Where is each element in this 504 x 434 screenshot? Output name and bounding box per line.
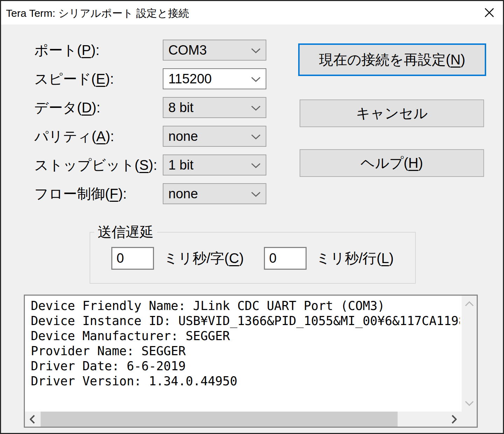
- flowcontrol-label-prefix: フロー制御(: [34, 184, 110, 204]
- flowcontrol-combobox[interactable]: none: [163, 183, 266, 204]
- data-label-suffix: ):: [92, 100, 100, 116]
- device-manufacturer-line: Device Manufacturer: SEGGER: [31, 329, 460, 344]
- stopbits-access-key: S: [139, 157, 149, 173]
- reset-button-label-suffix: ): [461, 52, 465, 68]
- delay-per-line-access-key: L: [381, 250, 389, 266]
- speed-combobox[interactable]: 115200: [163, 68, 266, 89]
- flowcontrol-label-suffix: ):: [118, 186, 127, 202]
- title-bar[interactable]: Tera Term: シリアルポート 設定と接続: [1, 1, 503, 25]
- driver-date-line: Driver Date: 6-6-2019: [31, 359, 460, 374]
- delay-per-char-label-suffix: ): [239, 250, 244, 266]
- delay-per-line-input[interactable]: [264, 247, 307, 270]
- scroll-right-button[interactable]: [447, 412, 462, 427]
- reset-button-access-key: N: [450, 52, 461, 68]
- port-label-prefix: ポート(: [34, 41, 82, 60]
- parity-label-suffix: ):: [106, 129, 114, 144]
- speed-label: スピード(E):: [34, 68, 114, 89]
- help-button-label-suffix: ): [418, 155, 423, 171]
- scroll-down-button[interactable]: [462, 396, 477, 411]
- databits-combobox[interactable]: 8 bit: [163, 97, 266, 118]
- speed-label-suffix: ):: [105, 71, 114, 87]
- horizontal-scrollbar-thumb[interactable]: [41, 412, 398, 427]
- data-label-prefix: データ(: [34, 98, 82, 117]
- flowcontrol-access-key: F: [110, 186, 118, 202]
- device-info-box: Device Friendly Name: JLink CDC UART Por…: [24, 295, 478, 428]
- chevron-down-icon: [251, 134, 261, 140]
- stopbits-label-suffix: ):: [149, 157, 157, 173]
- port-access-key: P: [82, 42, 91, 58]
- cancel-button-label: キャンセル: [356, 104, 428, 123]
- close-button[interactable]: [478, 2, 500, 23]
- data-label: データ(D):: [34, 97, 100, 118]
- help-button-label-prefix: ヘルプ(: [360, 153, 408, 173]
- stopbits-value: 1 bit: [168, 158, 194, 173]
- chevron-down-icon: [465, 401, 474, 406]
- delay-per-line-label: ミリ秒/行(L): [316, 247, 394, 270]
- parity-label: パリティ(A):: [34, 126, 114, 147]
- databits-value: 8 bit: [168, 100, 194, 115]
- stopbits-label: ストップビット(S):: [34, 154, 157, 175]
- parity-value: none: [168, 129, 198, 144]
- chevron-down-icon: [251, 48, 261, 54]
- transmit-delay-group-title: 送信遅延: [94, 222, 157, 242]
- delay-per-char-input[interactable]: [111, 247, 154, 270]
- reset-button-label-prefix: 現在の接続を再設定(: [319, 50, 450, 69]
- chevron-up-icon: [465, 301, 474, 306]
- device-info-text[interactable]: Device Friendly Name: JLink CDC UART Por…: [31, 298, 460, 410]
- driver-version-line: Driver Version: 1.34.0.44950: [31, 374, 460, 389]
- flowcontrol-label: フロー制御(F):: [34, 183, 127, 204]
- chevron-down-icon: [251, 163, 261, 168]
- chevron-right-icon: [451, 415, 457, 424]
- cancel-button[interactable]: キャンセル: [300, 99, 484, 127]
- stopbits-label-prefix: ストップビット(: [34, 156, 139, 175]
- scroll-left-button[interactable]: [25, 412, 40, 427]
- parity-combobox[interactable]: none: [163, 126, 266, 147]
- reset-connection-button[interactable]: 現在の接続を再設定(N): [298, 43, 486, 76]
- delay-per-char-label-prefix: ミリ秒/字(: [164, 249, 229, 268]
- stopbits-combobox[interactable]: 1 bit: [163, 154, 266, 175]
- scroll-up-button[interactable]: [462, 296, 477, 311]
- window-title: Tera Term: シリアルポート 設定と接続: [6, 6, 189, 21]
- device-instance-id-line: Device Instance ID: USB¥VID_1366&PID_105…: [31, 314, 460, 329]
- port-label: ポート(P):: [34, 40, 99, 61]
- delay-per-line-label-prefix: ミリ秒/行(: [316, 249, 381, 268]
- device-friendly-name-line: Device Friendly Name: JLink CDC UART Por…: [31, 298, 460, 314]
- delay-per-char-access-key: C: [229, 250, 239, 266]
- chevron-left-icon: [30, 415, 35, 424]
- speed-value: 115200: [168, 71, 212, 87]
- vertical-scrollbar[interactable]: [462, 296, 477, 412]
- horizontal-scrollbar[interactable]: [25, 412, 462, 427]
- help-button-access-key: H: [408, 155, 418, 171]
- port-combobox[interactable]: COM3: [163, 40, 266, 61]
- scrollbar-corner: [462, 412, 477, 427]
- serial-port-setup-dialog: Tera Term: シリアルポート 設定と接続 ポート(P): スピード(E)…: [0, 0, 504, 434]
- data-access-key: D: [82, 100, 92, 116]
- close-icon: [483, 7, 495, 19]
- delay-per-line-label-suffix: ): [389, 250, 394, 266]
- speed-access-key: E: [96, 71, 105, 87]
- port-value: COM3: [168, 43, 207, 58]
- speed-label-prefix: スピード(: [34, 69, 96, 89]
- parity-label-prefix: パリティ(: [34, 127, 96, 146]
- chevron-down-icon: [251, 192, 261, 197]
- provider-name-line: Provider Name: SEGGER: [31, 344, 460, 359]
- port-label-suffix: ):: [91, 42, 99, 58]
- chevron-down-icon: [251, 77, 261, 82]
- parity-access-key: A: [96, 129, 106, 144]
- delay-per-char-label: ミリ秒/字(C): [164, 247, 244, 270]
- flowcontrol-value: none: [168, 186, 198, 201]
- help-button[interactable]: ヘルプ(H): [300, 149, 484, 177]
- chevron-down-icon: [251, 105, 261, 111]
